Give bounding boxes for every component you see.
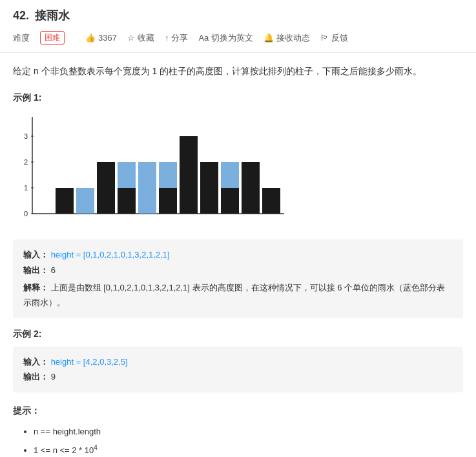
translate-icon: Aa (198, 33, 209, 43)
svg-text:2: 2 (24, 158, 28, 166)
output-value: 6 (51, 265, 56, 275)
toolbar: 难度 困难 👍 3367 ☆ 收藏 ↑ 分享 Aa 切换为英文 🔔 接收动态 🏳… (13, 28, 463, 47)
bar-col6 (159, 188, 177, 214)
bar-col10 (242, 162, 260, 214)
bar-col4 (118, 188, 136, 214)
share-label: 分享 (171, 32, 188, 44)
output-label2: 输出： (23, 372, 48, 381)
tips-list: n == height.length 1 <= n <= 2 * 104 0 <… (13, 423, 463, 457)
example1-output: 输出： 6 (23, 263, 453, 278)
input-label2: 输入： (23, 357, 48, 367)
title-row: 42. 接雨水 (13, 8, 463, 23)
difficulty-badge[interactable]: 困难 (40, 31, 65, 45)
translate-button[interactable]: Aa 切换为英文 (198, 32, 253, 44)
collect-button[interactable]: ☆ 收藏 (127, 32, 154, 44)
input-label: 输入： (23, 250, 48, 259)
output-label: 输出： (23, 265, 48, 275)
content: 给定 n 个非负整数表示每个宽度为 1 的柱子的高度图，计算按此排列的柱子，下雨… (0, 53, 476, 457)
example1-chart: 0 1 2 3 (13, 110, 291, 227)
notify-button[interactable]: 🔔 接收动态 (264, 32, 310, 44)
problem-title: 42. 接雨水 (13, 8, 70, 23)
problem-description: 给定 n 个非负整数表示每个宽度为 1 的柱子的高度图，计算按此排列的柱子，下雨… (13, 63, 463, 79)
bar-col3 (97, 162, 115, 214)
bar-col8 (200, 162, 218, 214)
problem-number: 42. (13, 9, 29, 22)
water-col5 (138, 162, 156, 214)
tip-item-2: 1 <= n <= 2 * 104 (34, 442, 463, 457)
share-icon: ↑ (165, 33, 169, 43)
example1-block: 输入： height = [0,1,0,2,1,0,1,3,2,1,2,1] 输… (13, 239, 463, 318)
bar-col7 (180, 136, 198, 214)
water-col4 (118, 162, 136, 188)
bar-col11 (262, 188, 280, 214)
like-count: 3367 (98, 33, 117, 43)
feedback-label: 反馈 (331, 32, 348, 44)
share-button[interactable]: ↑ 分享 (165, 32, 189, 44)
svg-text:3: 3 (24, 132, 28, 140)
input-value: height = [0,1,0,2,1,0,1,3,2,1,2,1] (51, 250, 170, 259)
example1-input: 输入： height = [0,1,0,2,1,0,1,3,2,1,2,1] (23, 247, 453, 262)
water-col9 (221, 162, 239, 188)
difficulty-label: 难度 (13, 32, 30, 44)
notify-label: 接收动态 (276, 32, 310, 44)
bar-col1 (56, 188, 74, 214)
flag-icon: 🏳 (320, 33, 329, 43)
like-icon: 👍 (85, 33, 96, 43)
example1-title: 示例 1: (13, 92, 463, 104)
feedback-button[interactable]: 🏳 反馈 (320, 32, 348, 44)
star-icon: ☆ (127, 33, 135, 43)
example2-output: 输出： 9 (23, 369, 453, 384)
svg-text:0: 0 (24, 210, 28, 218)
example1-explain: 解释： 上面是由数组 [0,1,0,2,1,0,1,3,2,1,2,1] 表示的… (23, 280, 453, 310)
bell-icon: 🔔 (264, 33, 274, 43)
bar-col9 (221, 188, 239, 214)
input-value2: height = [4,2,0,3,2,5] (51, 357, 128, 367)
translate-label: 切换为英文 (211, 32, 253, 44)
collect-label: 收藏 (138, 32, 154, 44)
water-col6 (159, 162, 177, 188)
example2-input: 输入： height = [4,2,0,3,2,5] (23, 354, 453, 369)
problem-name: 接雨水 (35, 9, 70, 22)
tip-item-1: n == height.length (34, 423, 463, 440)
explain-label: 解释： (23, 283, 48, 292)
explain-text: 上面是由数组 [0,1,0,2,1,0,1,3,2,1,2,1] 表示的高度图，… (23, 283, 445, 307)
example2-title: 示例 2: (13, 329, 463, 340)
like-button[interactable]: 👍 3367 (85, 33, 117, 43)
example2-block: 输入： height = [4,2,0,3,2,5] 输出： 9 (13, 347, 463, 392)
problem-header: 42. 接雨水 难度 困难 👍 3367 ☆ 收藏 ↑ 分享 Aa 切换为英文 … (0, 0, 476, 53)
svg-text:1: 1 (24, 184, 28, 192)
tips-title: 提示： (13, 405, 463, 417)
histogram-svg: 0 1 2 3 (13, 110, 291, 227)
tips-section: 提示： n == height.length 1 <= n <= 2 * 104… (13, 405, 463, 457)
output-value2: 9 (51, 372, 56, 381)
water-col2 (76, 188, 94, 214)
